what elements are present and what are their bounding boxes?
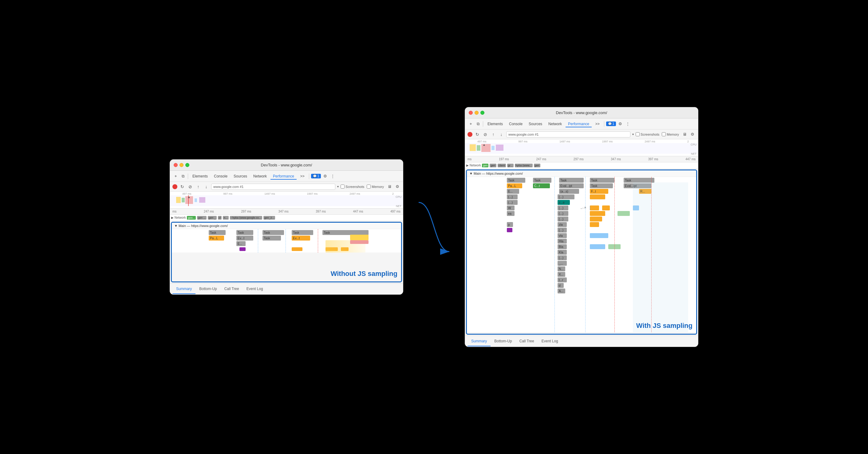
- yellow-sub-block[interactable]: [292, 247, 303, 251]
- r-r-block[interactable]: R...: [639, 189, 651, 194]
- task-block-5[interactable]: Task: [322, 230, 369, 235]
- right-tab-network[interactable]: Network: [546, 120, 564, 127]
- right-cursor-icon[interactable]: ⌖: [467, 121, 474, 127]
- r-paren4[interactable]: (...): [558, 205, 568, 210]
- right-memory-checkbox[interactable]: [662, 132, 666, 136]
- task-block-3[interactable]: Task: [262, 230, 284, 235]
- r-paren5[interactable]: (...): [558, 211, 568, 216]
- r-a[interactable]: A...: [558, 288, 565, 293]
- r-paren8[interactable]: (...): [558, 255, 567, 260]
- task-block-1[interactable]: Task: [209, 230, 226, 235]
- settings-icon[interactable]: ⚙: [322, 173, 328, 179]
- r-lb-11[interactable]: [590, 233, 608, 238]
- r-eval1[interactable]: Eval...ipt: [559, 183, 584, 188]
- tab-calltree-right[interactable]: Call Tree: [516, 337, 538, 346]
- r-paren7[interactable]: (...): [558, 228, 567, 232]
- r-yellow-9[interactable]: [590, 222, 599, 227]
- r-d[interactable]: d: [558, 283, 564, 288]
- more-icon[interactable]: ⋮: [330, 173, 336, 179]
- dropdown-arrow[interactable]: ▾: [337, 185, 339, 188]
- r-e-block[interactable]: E...: [507, 189, 519, 194]
- right-layers-icon[interactable]: ⧉: [475, 121, 481, 127]
- task-block-6[interactable]: Task: [262, 236, 281, 240]
- right-tab-sources[interactable]: Sources: [526, 120, 545, 127]
- tab-elements[interactable]: Elements: [190, 173, 210, 180]
- r-vla[interactable]: vla: [558, 233, 567, 238]
- r-eval2[interactable]: Eval...ipt: [624, 183, 651, 188]
- right-settings2-icon[interactable]: ⚙: [689, 131, 695, 138]
- r-task-1[interactable]: Task: [507, 178, 525, 183]
- record-button[interactable]: [173, 184, 177, 189]
- r-ze[interactable]: z...e: [558, 200, 570, 205]
- screenshots-checkbox[interactable]: [341, 185, 345, 189]
- tab-network[interactable]: Network: [251, 173, 269, 180]
- r-x[interactable]: X...: [558, 272, 565, 277]
- right-memory-label[interactable]: Memory: [662, 132, 679, 136]
- parse-block[interactable]: Pa...L: [209, 236, 224, 240]
- e-block[interactable]: E...: [236, 241, 246, 246]
- r-hla[interactable]: Hla: [558, 239, 567, 244]
- r-tr[interactable]: t...r: [558, 278, 567, 282]
- tab-more[interactable]: >>: [298, 173, 307, 180]
- r-p[interactable]: p: [507, 222, 513, 227]
- screenshots-label[interactable]: Screenshots: [341, 185, 364, 189]
- download-icon[interactable]: ↓: [203, 183, 209, 190]
- r-lg-13[interactable]: [608, 244, 621, 249]
- tab-calltree-left[interactable]: Call Tree: [221, 284, 243, 294]
- right-clear-icon[interactable]: ⊘: [482, 131, 488, 138]
- tab-eventlog-right[interactable]: Event Log: [538, 337, 562, 346]
- memory-label[interactable]: Memory: [367, 185, 384, 189]
- tab-bottomup-right[interactable]: Bottom-Up: [491, 337, 516, 346]
- eval-block-1[interactable]: Ev...t: [236, 236, 253, 240]
- tab-eventlog-left[interactable]: Event Log: [243, 284, 267, 294]
- right-reload-icon[interactable]: ↻: [474, 131, 480, 138]
- r-yellow-4[interactable]: [590, 194, 605, 199]
- right-settings-icon[interactable]: ⚙: [617, 121, 623, 127]
- tab-sources[interactable]: Sources: [231, 173, 250, 180]
- right-maximize-button[interactable]: [480, 111, 485, 115]
- r-paren3[interactable]: (...): [507, 200, 518, 205]
- upload-icon[interactable]: ↑: [195, 183, 201, 190]
- r-paren1[interactable]: (...): [507, 194, 518, 199]
- clear-icon[interactable]: ⊘: [187, 183, 193, 190]
- right-close-button[interactable]: [469, 111, 473, 115]
- r-parse[interactable]: Pa...L: [507, 183, 522, 188]
- r-task-3[interactable]: Task: [559, 178, 584, 183]
- layers-icon[interactable]: ⧉: [180, 173, 186, 179]
- right-record-button[interactable]: [467, 132, 472, 137]
- right-more-icon[interactable]: ⋮: [625, 121, 631, 127]
- tab-console[interactable]: Console: [212, 173, 230, 180]
- tab-performance[interactable]: Performance: [271, 173, 297, 180]
- r-zla[interactable]: zla: [558, 222, 567, 227]
- r-yellow-7[interactable]: [590, 211, 605, 216]
- task-block-4[interactable]: Task: [292, 230, 313, 235]
- eval-block-2[interactable]: Ev...t: [292, 236, 310, 240]
- r-paren2[interactable]: (...): [558, 194, 575, 199]
- purple-block-1[interactable]: [240, 247, 246, 251]
- maximize-button[interactable]: [185, 163, 189, 167]
- r-yellow-6b[interactable]: [602, 205, 610, 210]
- r-yellow-8[interactable]: [590, 217, 602, 222]
- right-tab-more[interactable]: >>: [593, 120, 602, 127]
- r-w[interactable]: W: [507, 205, 515, 210]
- r-task-2[interactable]: Task: [533, 178, 551, 183]
- r-a-block[interactable]: (a...s): [559, 189, 579, 194]
- right-minimize-button[interactable]: [474, 111, 478, 115]
- right-tab-elements[interactable]: Elements: [485, 120, 505, 127]
- right-upload-icon[interactable]: ↑: [490, 131, 496, 138]
- r-bla[interactable]: Bla: [558, 244, 567, 249]
- memory-icon[interactable]: 🖥: [386, 183, 393, 190]
- right-screenshots-label[interactable]: Screenshots: [636, 132, 659, 136]
- r-lb-6[interactable]: [633, 205, 639, 210]
- tab-summary-left[interactable]: Summary: [173, 284, 195, 294]
- r-purple[interactable]: [507, 228, 513, 232]
- settings2-icon[interactable]: ⚙: [394, 183, 401, 190]
- right-memory-icon[interactable]: 🖥: [681, 131, 688, 138]
- right-dropdown-arrow[interactable]: ▾: [632, 133, 634, 136]
- tab-summary-right[interactable]: Summary: [467, 337, 491, 346]
- cursor-icon[interactable]: ⌖: [173, 173, 179, 179]
- r-f-block[interactable]: F...l: [590, 189, 608, 194]
- r-lb-13[interactable]: [590, 244, 605, 249]
- right-screenshots-checkbox[interactable]: [636, 132, 640, 136]
- memory-checkbox[interactable]: [367, 185, 371, 189]
